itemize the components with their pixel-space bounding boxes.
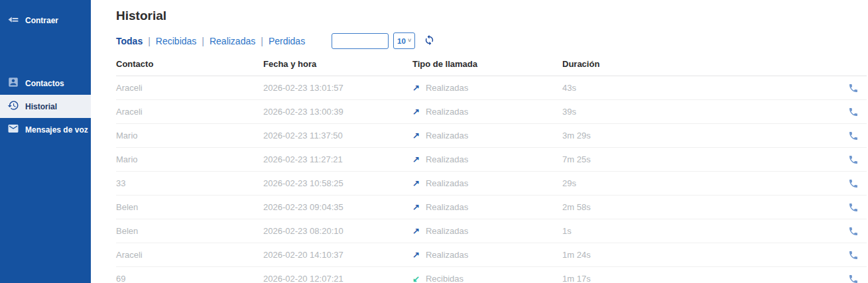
sidebar-nav: Contactos Historial Mensajes de voz bbox=[0, 72, 91, 141]
contact-cell: Araceli bbox=[116, 83, 263, 93]
collapse-icon bbox=[7, 15, 19, 25]
page-size-select[interactable]: 10 ˅ bbox=[393, 32, 415, 49]
datetime-cell: 2026-02-23 09:04:35 bbox=[263, 202, 412, 212]
page-size-value: 10 bbox=[397, 37, 406, 45]
filter-separator: | bbox=[261, 36, 263, 46]
filter-tab-todas[interactable]: Todas bbox=[116, 36, 143, 46]
datetime-cell: 2026-02-23 11:27:21 bbox=[263, 154, 412, 164]
sidebar-item-contactos[interactable]: Contactos bbox=[0, 72, 91, 95]
contact-cell: Araceli bbox=[116, 107, 263, 117]
history-row: Araceli 2026-02-23 13:01:57 ↗ Realizadas… bbox=[116, 76, 867, 100]
duration-cell: 39s bbox=[562, 107, 712, 117]
outgoing-arrow-icon: ↗ bbox=[412, 154, 420, 164]
duration-cell: 3m 29s bbox=[562, 131, 712, 141]
datetime-cell: 2026-02-20 14:10:37 bbox=[263, 250, 412, 260]
call-button[interactable] bbox=[848, 83, 859, 93]
column-header-contact: Contacto bbox=[116, 59, 263, 69]
history-row: Araceli 2026-02-20 14:10:37 ↗ Realizadas… bbox=[116, 243, 867, 267]
column-header-duration: Duración bbox=[562, 59, 712, 69]
history-row: Belen 2026-02-23 08:20:10 ↗ Realizadas 1… bbox=[116, 219, 867, 243]
phone-icon bbox=[848, 154, 859, 165]
duration-cell: 1m 24s bbox=[562, 250, 712, 260]
call-button[interactable] bbox=[848, 154, 859, 165]
history-row: 33 2026-02-23 10:58:25 ↗ Realizadas 29s bbox=[116, 172, 867, 196]
phone-icon bbox=[848, 274, 859, 283]
outgoing-arrow-icon: ↗ bbox=[412, 131, 420, 141]
contact-cell: Mario bbox=[116, 154, 263, 164]
datetime-cell: 2026-02-23 11:37:50 bbox=[263, 131, 412, 141]
call-button[interactable] bbox=[848, 131, 859, 141]
type-cell: ↗ Realizadas bbox=[412, 178, 562, 188]
phone-icon bbox=[848, 202, 859, 213]
filter-separator: | bbox=[202, 36, 204, 46]
sidebar: Contraer Contactos Historial Mensajes de… bbox=[0, 0, 91, 283]
duration-cell: 1m 17s bbox=[562, 274, 712, 283]
contacts-icon bbox=[7, 76, 19, 88]
phone-icon bbox=[848, 178, 859, 189]
phone-icon bbox=[848, 131, 859, 141]
search-input[interactable] bbox=[332, 33, 389, 49]
history-row: Belen 2026-02-23 09:04:35 ↗ Realizadas 2… bbox=[116, 196, 867, 219]
history-icon bbox=[7, 99, 19, 111]
history-row: Mario 2026-02-23 11:27:21 ↗ Realizadas 7… bbox=[116, 148, 867, 172]
app-window: Contraer Contactos Historial Mensajes de… bbox=[0, 0, 868, 283]
collapse-sidebar-button[interactable]: Contraer bbox=[0, 9, 91, 32]
call-button[interactable] bbox=[848, 226, 859, 237]
contact-cell: Mario bbox=[116, 131, 263, 141]
datetime-cell: 2026-02-20 12:07:21 bbox=[263, 274, 412, 283]
outgoing-arrow-icon: ↗ bbox=[412, 83, 420, 93]
history-row: Mario 2026-02-23 11:37:50 ↗ Realizadas 3… bbox=[116, 124, 867, 148]
column-header-datetime: Fecha y hora bbox=[263, 59, 412, 69]
column-header-type: Tipo de llamada bbox=[412, 59, 562, 69]
call-button[interactable] bbox=[848, 274, 859, 283]
duration-cell: 29s bbox=[562, 178, 712, 188]
datetime-cell: 2026-02-23 08:20:10 bbox=[263, 226, 412, 236]
call-button[interactable] bbox=[848, 178, 859, 189]
toolbar: Todas|Recibidas|Realizadas|Perdidas 10 ˅ bbox=[116, 32, 867, 50]
type-cell: ↗ Realizadas bbox=[412, 107, 562, 117]
page-title: Historial bbox=[116, 9, 867, 23]
table-body: Araceli 2026-02-23 13:01:57 ↗ Realizadas… bbox=[116, 76, 867, 283]
type-cell: ↗ Realizadas bbox=[412, 250, 562, 260]
duration-cell: 2m 58s bbox=[562, 202, 712, 212]
datetime-cell: 2026-02-23 13:00:39 bbox=[263, 107, 412, 117]
call-button[interactable] bbox=[848, 202, 859, 213]
duration-cell: 43s bbox=[562, 83, 712, 93]
call-button[interactable] bbox=[848, 107, 859, 117]
duration-cell: 1s bbox=[562, 226, 712, 236]
outgoing-arrow-icon: ↗ bbox=[412, 107, 420, 117]
main-panel: Historial Todas|Recibidas|Realizadas|Per… bbox=[91, 0, 868, 283]
outgoing-arrow-icon: ↗ bbox=[412, 226, 420, 236]
phone-icon bbox=[848, 226, 859, 237]
incoming-arrow-icon: ↙ bbox=[412, 274, 420, 283]
type-cell: ↗ Realizadas bbox=[412, 202, 562, 212]
filter-tab-recibidas[interactable]: Recibidas bbox=[156, 36, 196, 46]
history-row: Araceli 2026-02-23 13:00:39 ↗ Realizadas… bbox=[116, 100, 867, 124]
type-cell: ↗ Realizadas bbox=[412, 226, 562, 236]
call-button[interactable] bbox=[848, 250, 859, 260]
datetime-cell: 2026-02-23 10:58:25 bbox=[263, 178, 412, 188]
filter-tabs: Todas|Recibidas|Realizadas|Perdidas bbox=[116, 36, 305, 46]
collapse-label: Contraer bbox=[25, 16, 58, 25]
outgoing-arrow-icon: ↗ bbox=[412, 250, 420, 260]
table-header: Contacto Fecha y hora Tipo de llamada Du… bbox=[116, 58, 867, 76]
sidebar-item-mensajes-de-voz[interactable]: Mensajes de voz bbox=[0, 118, 91, 141]
type-cell: ↗ Realizadas bbox=[412, 154, 562, 164]
contact-cell: 33 bbox=[116, 178, 263, 188]
contact-cell: Belen bbox=[116, 202, 263, 212]
voicemail-icon bbox=[7, 123, 19, 135]
refresh-icon bbox=[424, 34, 435, 46]
sidebar-item-historial[interactable]: Historial bbox=[0, 95, 91, 118]
outgoing-arrow-icon: ↗ bbox=[412, 202, 420, 212]
type-cell: ↙ Recibidas bbox=[412, 274, 562, 283]
filter-tab-perdidas[interactable]: Perdidas bbox=[269, 36, 305, 46]
contact-cell: Araceli bbox=[116, 250, 263, 260]
refresh-button[interactable] bbox=[424, 34, 435, 48]
outgoing-arrow-icon: ↗ bbox=[412, 178, 420, 188]
phone-icon bbox=[848, 250, 859, 260]
filter-tab-realizadas[interactable]: Realizadas bbox=[210, 36, 255, 46]
type-cell: ↗ Realizadas bbox=[412, 83, 562, 93]
refresh-icon-slot bbox=[424, 34, 435, 48]
type-cell: ↗ Realizadas bbox=[412, 131, 562, 141]
contact-cell: 69 bbox=[116, 274, 263, 283]
